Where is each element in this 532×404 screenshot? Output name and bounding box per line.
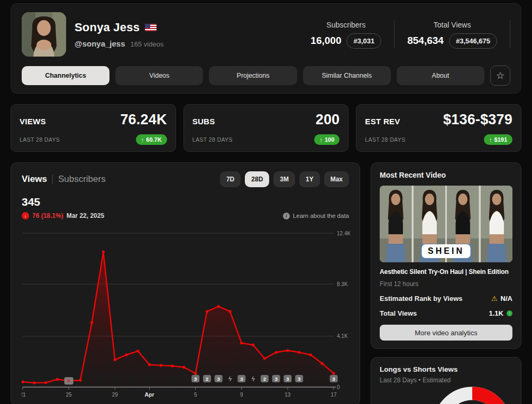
more-video-analytics-button[interactable]: More video analytics [380, 325, 512, 341]
tab-about[interactable]: About [397, 66, 484, 85]
channel-identity: Sonya Jess @sonya_jess 165 videos [75, 21, 163, 48]
total-views-stat: Total Views 854,634 #3,546,675 [407, 21, 497, 49]
views-line-chart-svg[interactable]: 12.4K8.3K4.1K0212529Apr591317323ϟ3ϟ23333 [22, 223, 350, 402]
tab-similar-channels[interactable]: Similar Channels [303, 66, 391, 85]
up-arrow-icon: ↑ [489, 136, 492, 143]
video-age: First 12 hours [380, 280, 512, 288]
svg-text:3: 3 [298, 376, 300, 382]
selected-point-value: 345 [22, 196, 349, 208]
data-point [275, 351, 278, 354]
views-up-indicator-icon: ↑ [507, 310, 512, 316]
views-chart-card: Views Subscribers 7D 28D 3M 1Y Max 345 ↓ [11, 162, 360, 404]
estimated-rank-value: N/A [501, 295, 512, 302]
main-content: Views Subscribers 7D 28D 3M 1Y Max 345 ↓ [11, 162, 521, 404]
svg-text:3: 3 [332, 376, 335, 382]
y-axis-label: 0 [337, 384, 340, 390]
data-point [263, 357, 266, 360]
most-recent-video-card: Most Recent Video SHEIN Aesthetic Silent… [371, 162, 521, 349]
views-card-label: VIEWS [20, 117, 46, 126]
shorts-icon: ϟ [251, 375, 255, 383]
header-divider [510, 20, 510, 49]
channel-tabs: Channelytics Videos Projections Similar … [22, 66, 510, 86]
shorts-icon: ϟ [228, 375, 232, 383]
data-point [44, 381, 47, 384]
views-stat-card: VIEWS 76.24K LAST 28 DAYS ↑60.7K [11, 104, 176, 152]
data-point [206, 310, 208, 313]
longs-vs-shorts-card: Longs vs Shorts Views Last 28 Days • Est… [371, 357, 521, 404]
est-rev-card-label: EST REV [365, 117, 400, 126]
svg-text:3: 3 [240, 376, 243, 382]
subscribers-label: Subscribers [310, 21, 381, 29]
est-rev-stat-card: EST REV $136-$379 LAST 28 DAYS ↑$191 [356, 104, 521, 152]
favorite-button[interactable]: ☆ [490, 66, 510, 86]
data-point [182, 366, 185, 369]
x-axis-label: Apr [145, 391, 154, 398]
tab-channelytics[interactable]: Channelytics [22, 66, 109, 85]
up-arrow-icon: ↑ [319, 136, 323, 143]
channel-avatar[interactable] [22, 12, 66, 57]
channel-video-count: 165 videos [131, 40, 164, 48]
longs-shorts-title: Longs vs Shorts Views [380, 365, 512, 373]
y-axis-label: 4.1K [337, 333, 348, 339]
video-thumbnail[interactable]: SHEIN [380, 186, 512, 262]
learn-about-data-label: Learn about the data [293, 213, 349, 219]
x-axis-label: 9 [240, 392, 243, 398]
views-line-chart[interactable]: 12.4K8.3K4.1K0212529Apr591317323ϟ3ϟ23333 [22, 223, 349, 404]
longs-shorts-legend: Long Views 51.4K Short Views 24.8K [380, 397, 432, 404]
longs-shorts-subtitle: Last 28 Days • Estimated [380, 377, 512, 384]
tab-videos[interactable]: Videos [115, 66, 203, 85]
x-axis-label: 29 [112, 392, 118, 398]
est-rev-card-value: $136-$379 [443, 112, 512, 128]
x-axis-label: 25 [66, 392, 72, 398]
total-views-row: Total Views 1.1K ↑ [380, 309, 512, 317]
video-title[interactable]: Aesthetic Silent Try-On Haul | Shein Edi… [380, 268, 512, 276]
est-rev-card-period: LAST 28 DAYS [365, 136, 405, 143]
data-point [160, 364, 162, 366]
data-point [321, 362, 324, 365]
tab-projections[interactable]: Projections [209, 66, 297, 85]
series-toggle: Views Subscribers [22, 174, 106, 185]
x-axis-label: 13 [285, 392, 291, 398]
views-card-value: 76.24K [120, 112, 167, 128]
longs-shorts-donut-chart [432, 386, 512, 404]
range-1y-button[interactable]: 1Y [299, 171, 320, 187]
data-point [252, 344, 254, 346]
series-subscribers-toggle[interactable]: Subscribers [58, 174, 106, 185]
range-buttons: 7D 28D 3M 1Y Max [220, 171, 349, 187]
data-point [171, 365, 174, 368]
range-28d-button[interactable]: 28D [245, 171, 269, 187]
data-point [240, 342, 243, 344]
svg-text:3: 3 [194, 376, 197, 382]
subs-card-period: LAST 28 DAYS [192, 136, 233, 143]
video-total-views-label: Total Views [380, 309, 417, 317]
donut-svg [432, 386, 512, 404]
data-point [136, 350, 139, 352]
info-icon: i [283, 213, 290, 219]
data-point [298, 351, 300, 354]
data-point [90, 321, 93, 324]
warning-icon: ⚠ [491, 295, 498, 302]
thumbnail-brand-badge: SHEIN [421, 244, 471, 258]
down-arrow-icon: ↓ [22, 212, 29, 219]
y-axis-label: 12.4K [337, 231, 350, 236]
channel-analytics-page: Sonya Jess @sonya_jess 165 videos Subscr… [0, 0, 532, 404]
total-views-rank-badge: #3,546,675 [449, 33, 497, 49]
range-3m-button[interactable]: 3M [273, 171, 295, 187]
data-point [228, 310, 231, 313]
subs-stat-card: SUBS 200 LAST 28 DAYS ↑100 [184, 104, 349, 152]
selected-point-date: Mar 22, 2025 [67, 212, 104, 219]
channel-header-stats: Subscribers 16,000 #3,031 Total Views 85… [310, 20, 510, 49]
learn-about-data-link[interactable]: i Learn about the data [283, 213, 349, 219]
range-max-button[interactable]: Max [324, 171, 349, 187]
total-views-value: 854,634 [407, 35, 444, 47]
svg-text:2: 2 [206, 376, 208, 382]
range-7d-button[interactable]: 7D [220, 171, 241, 187]
subs-card-value: 200 [316, 112, 340, 128]
subs-delta-value: 100 [325, 136, 334, 143]
series-views-toggle[interactable]: Views [22, 174, 47, 185]
estimated-rank-label: Estimated Rank by Views [380, 295, 463, 302]
data-point [309, 353, 312, 356]
data-point [33, 381, 35, 384]
channel-name: Sonya Jess [75, 21, 140, 34]
x-axis-label: 17 [331, 392, 337, 398]
